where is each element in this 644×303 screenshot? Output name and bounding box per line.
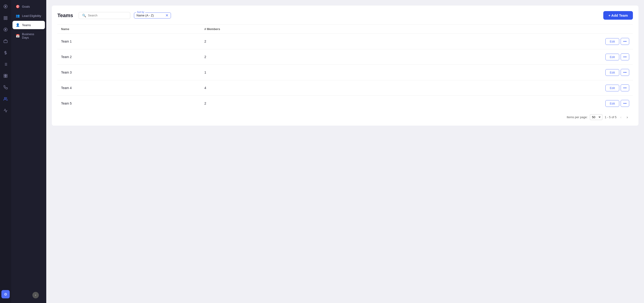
goals-icon: 🎯: [16, 5, 20, 8]
collapse-icon: ‹: [35, 294, 36, 297]
main-content: Teams 🔍 Sort by Name (A - Z) ✕ + Add Tea…: [46, 0, 644, 303]
team-name-cell: Team 1: [57, 34, 200, 49]
team-members-cell: 4: [200, 80, 384, 96]
sidebar-item-lead-eligibility-label: Lead Eligibility: [22, 14, 41, 18]
team-name-cell: Team 2: [57, 49, 200, 65]
table-header-row: Name # Members: [57, 24, 633, 34]
sidebar-item-goals[interactable]: 🎯 Goals: [12, 2, 45, 11]
team-actions-cell: Edit•••: [384, 49, 633, 65]
sort-by-label: Sort by: [136, 11, 145, 14]
team-name-cell: Team 3: [57, 65, 200, 80]
team-actions-cell: Edit•••: [384, 80, 633, 96]
team-actions-cell: Edit•••: [384, 96, 633, 111]
table-row: Team 22Edit•••: [57, 49, 633, 65]
team-members-cell: 2: [200, 96, 384, 111]
team-members-cell: 1: [200, 65, 384, 80]
edit-button[interactable]: Edit: [605, 54, 619, 60]
sidebar-item-business-days-label: Business Days: [22, 32, 42, 39]
edit-button[interactable]: Edit: [605, 85, 619, 91]
icon-grid[interactable]: [2, 72, 9, 80]
panel-header: Teams 🔍 Sort by Name (A - Z) ✕ + Add Tea…: [57, 11, 633, 20]
sort-value: Name (A - Z): [136, 14, 154, 17]
teams-icon: 👤: [16, 23, 20, 27]
sidebar-icon-bar: [0, 0, 11, 303]
svg-point-18: [4, 98, 6, 99]
icon-chart[interactable]: [2, 14, 9, 22]
sort-clear-button[interactable]: ✕: [166, 14, 168, 17]
sort-box: Sort by Name (A - Z) ✕: [134, 12, 171, 18]
sidebar-item-teams-label: Teams: [22, 23, 31, 27]
sidebar-item-business-days[interactable]: 📅 Business Days: [12, 30, 45, 42]
icon-dollar2[interactable]: [2, 26, 9, 33]
edit-button[interactable]: Edit: [605, 38, 619, 45]
more-options-button[interactable]: •••: [621, 100, 629, 107]
team-name-cell: Team 4: [57, 80, 200, 96]
more-options-button[interactable]: •••: [621, 54, 629, 60]
add-team-button[interactable]: + Add Team: [603, 11, 633, 20]
search-box: 🔍: [79, 12, 130, 19]
svg-rect-4: [6, 18, 7, 20]
svg-rect-1: [4, 16, 5, 18]
team-actions-cell: Edit•••: [384, 65, 633, 80]
svg-rect-6: [4, 40, 8, 43]
svg-rect-14: [4, 74, 5, 76]
team-actions-cell: Edit•••: [384, 34, 633, 49]
team-members-cell: 2: [200, 49, 384, 65]
items-per-page-label: Items per page:: [567, 116, 588, 119]
icon-phone[interactable]: [2, 84, 9, 91]
table-row: Team 31Edit•••: [57, 65, 633, 80]
table-row: Team 44Edit•••: [57, 80, 633, 96]
team-name-cell: Team 5: [57, 96, 200, 111]
sidebar-item-goals-label: Goals: [22, 5, 30, 8]
sidebar-item-teams[interactable]: 👤 Teams: [12, 21, 45, 29]
icon-list[interactable]: [2, 60, 9, 68]
edit-button[interactable]: Edit: [605, 100, 619, 107]
sidebar-nav: 🎯 Goals 👥 Lead Eligibility 👤 Teams 📅 Bus…: [11, 0, 46, 303]
teams-table: Name # Members Team 12Edit•••Team 22Edit…: [57, 24, 633, 111]
settings-icon: ⚙: [4, 292, 7, 296]
business-days-icon: 📅: [16, 34, 20, 38]
icon-dollar3[interactable]: [2, 49, 9, 56]
svg-rect-17: [6, 76, 7, 78]
sort-value-row: Name (A - Z) ✕: [136, 14, 168, 17]
col-members: # Members: [200, 24, 384, 34]
settings-button[interactable]: ⚙: [2, 290, 10, 298]
prev-page-button[interactable]: ‹: [619, 115, 623, 120]
sidebar-item-lead-eligibility[interactable]: 👥 Lead Eligibility: [12, 12, 45, 20]
col-name: Name: [57, 24, 200, 34]
team-members-cell: 2: [200, 34, 384, 49]
icon-people[interactable]: [2, 95, 9, 103]
page-title: Teams: [57, 12, 73, 18]
more-options-button[interactable]: •••: [621, 38, 629, 45]
svg-rect-15: [6, 74, 7, 76]
svg-rect-3: [4, 18, 5, 20]
pagination-row: Items per page: 50 25 100 1 - 5 of 5 ‹ ›: [57, 111, 633, 120]
table-row: Team 12Edit•••: [57, 34, 633, 49]
table-row: Team 52Edit•••: [57, 96, 633, 111]
per-page-select[interactable]: 50 25 100: [590, 114, 602, 120]
icon-dollar1[interactable]: [2, 3, 9, 10]
edit-button[interactable]: Edit: [605, 69, 619, 76]
collapse-sidebar-button[interactable]: ‹: [32, 292, 39, 298]
more-options-button[interactable]: •••: [621, 69, 629, 76]
col-actions: [384, 24, 633, 34]
svg-rect-2: [6, 16, 7, 18]
search-input[interactable]: [88, 14, 127, 17]
next-page-button[interactable]: ›: [625, 115, 629, 120]
icon-briefcase[interactable]: [2, 38, 9, 45]
icon-analytics[interactable]: [2, 107, 9, 114]
page-info: 1 - 5 of 5: [605, 116, 616, 119]
more-options-button[interactable]: •••: [621, 84, 629, 91]
sidebar: 🎯 Goals 👥 Lead Eligibility 👤 Teams 📅 Bus…: [0, 0, 46, 303]
svg-rect-16: [4, 76, 5, 78]
teams-panel: Teams 🔍 Sort by Name (A - Z) ✕ + Add Tea…: [52, 6, 638, 126]
lead-eligibility-icon: 👥: [16, 14, 20, 18]
search-icon: 🔍: [82, 14, 86, 17]
